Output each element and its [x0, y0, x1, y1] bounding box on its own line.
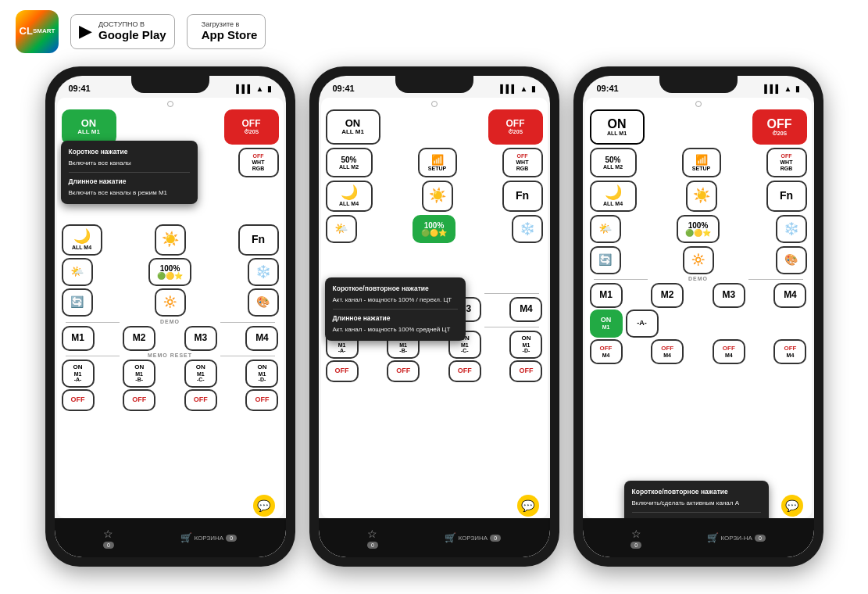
p2-pct-100-button[interactable]: 100% 🟢🟡⭐: [413, 215, 455, 243]
p2-50-all-m2-button[interactable]: 50% ALL M2: [326, 148, 373, 177]
p2-on-all-m1-button[interactable]: ON ALL M1: [326, 109, 380, 145]
tooltip-short-press-title: Короткое нажатие: [69, 147, 190, 157]
phone-3-on-m1-row: ON M1 -A-: [590, 310, 807, 338]
phone-2-chat-button[interactable]: 💬: [517, 495, 539, 517]
sun-brightness-button[interactable]: ☀️: [155, 224, 186, 256]
phone-1-tooltip: Короткое нажатие Включить все каналы Дли…: [61, 141, 198, 204]
favorites-tab[interactable]: ☆ 0: [103, 528, 114, 549]
p3-favorites-tab[interactable]: ☆ 0: [630, 528, 641, 549]
p3-cart-icon: 🛒: [707, 532, 719, 543]
pct-100-button[interactable]: 100% 🟢🟡⭐: [148, 258, 191, 286]
p3-tooltip-short-title: Короткое/повторное нажатие: [632, 487, 761, 497]
cart-tab[interactable]: 🛒 КОРЗИНА 0: [180, 532, 238, 543]
phone-1-notch: [131, 76, 209, 93]
moon-all-m4-button[interactable]: 🌙 ALL M4: [62, 224, 102, 256]
p2-fn-button[interactable]: Fn: [502, 181, 543, 212]
p2-favorites-icon: ☆: [367, 528, 377, 540]
sun-small-button[interactable]: 🌤️: [62, 258, 93, 286]
favorites-icon: ☆: [103, 528, 113, 540]
p3-50-all-m2-button[interactable]: 50% ALL M2: [590, 148, 637, 177]
cart-count: 0: [226, 535, 237, 542]
p2-off-d-button[interactable]: OFF: [509, 360, 542, 382]
phone-1-chat-button[interactable]: 💬: [253, 495, 275, 517]
p2-m4-button[interactable]: M4: [509, 297, 542, 322]
arrows-button[interactable]: 🔄: [62, 288, 93, 317]
p2-off-c-button[interactable]: OFF: [448, 360, 481, 382]
tooltip-long-press-title: Длинное нажатие: [69, 177, 190, 187]
google-play-badge[interactable]: ▶ ДОСТУПНО В Google Play: [70, 14, 175, 49]
sun-dim-button[interactable]: 🔆: [155, 288, 186, 317]
off-c-button[interactable]: OFF: [184, 389, 217, 411]
p3-fn-button[interactable]: Fn: [766, 181, 807, 212]
p2-off-20s-button[interactable]: OFF ⏱20S: [488, 109, 543, 145]
p3-on-m1-selected-button[interactable]: ON M1: [590, 310, 623, 338]
on-all-m1-button[interactable]: ON ALL M1: [62, 109, 116, 145]
p3-on-button[interactable]: ON ALL M1: [590, 109, 645, 145]
p3-pct-100-button[interactable]: 100% 🟢🟡⭐: [677, 215, 720, 243]
p3-sun-dim-button[interactable]: 🔆: [683, 246, 714, 274]
off-b-button[interactable]: OFF: [123, 389, 155, 411]
p2-sun-small-button[interactable]: 🌤️: [326, 215, 357, 243]
phone-2-tooltip: Короткое/повторное нажатие Акт. канал - …: [325, 277, 466, 341]
off-20s-button[interactable]: OFF ⏱20S: [224, 109, 279, 145]
p3-m1-button[interactable]: M1: [590, 283, 623, 308]
p3-setup-button[interactable]: 📶 SETUP: [682, 148, 721, 177]
on-m1-b-button[interactable]: ON M1 -B-: [123, 360, 155, 388]
off-d-button[interactable]: OFF: [245, 389, 278, 411]
app-store-badge[interactable]: Загрузите в App Store: [187, 14, 266, 49]
p3-rgb-button[interactable]: 🎨: [776, 246, 807, 274]
p2-moon-all-m4-button[interactable]: 🌙 ALL M4: [326, 181, 373, 212]
p3-snowflake-button[interactable]: ❄️: [776, 215, 807, 243]
p3-sun-button[interactable]: ☀️: [686, 181, 717, 212]
on-m1-c-button[interactable]: ON M1 -C-: [184, 360, 217, 388]
p2-off-a-button[interactable]: OFF: [326, 360, 359, 382]
p2-favorites-tab[interactable]: ☆ 0: [367, 528, 378, 549]
fn-button[interactable]: Fn: [238, 224, 279, 256]
p2-on-m1-d-button[interactable]: ON M1 -D-: [509, 331, 542, 359]
cl-smart-logo: CL SMART: [16, 10, 59, 53]
p3-off-wht-rgb-button[interactable]: OFF WHT RGB: [766, 148, 807, 177]
on-m1-d-button[interactable]: ON M1 -D-: [245, 360, 278, 388]
p2-snowflake-button[interactable]: ❄️: [512, 215, 543, 243]
m1-button[interactable]: M1: [62, 326, 95, 351]
off-a-button[interactable]: OFF: [62, 389, 95, 411]
off-wht-rgb-button[interactable]: OFF WHT RGB: [238, 148, 279, 177]
rgb-color-button[interactable]: 🎨: [248, 288, 279, 317]
p2-cart-tab[interactable]: 🛒 КОРЗИНА 0: [445, 532, 502, 543]
p3-sun-small-button[interactable]: 🌤️: [590, 215, 621, 243]
phones-container: 09:41 ▌▌▌ ▲ ▮ ON: [0, 66, 868, 567]
p3-off-m4-2-button[interactable]: OFF M4: [651, 339, 684, 364]
p3-m3-button[interactable]: M3: [713, 283, 745, 308]
p3-off-m4-4-button[interactable]: OFF M4: [773, 339, 806, 364]
p3-off-m4-1-button[interactable]: OFF M4: [590, 339, 623, 364]
phone-2-row-1: ON ALL M1 OFF ⏱20S: [326, 109, 543, 145]
phone-2-notch: [395, 76, 473, 93]
p3-off-button[interactable]: OFF ⏱20S: [752, 109, 807, 145]
on-m1-a-button[interactable]: ON M1 -A-: [62, 360, 95, 388]
p2-sun-button[interactable]: ☀️: [422, 181, 453, 212]
p2-off-wht-rgb-button[interactable]: OFF WHT RGB: [502, 148, 543, 177]
phone-3-chat-button[interactable]: 💬: [781, 495, 803, 517]
wifi-icon: ▲: [256, 84, 264, 93]
p3-a-button[interactable]: -A-: [626, 310, 659, 338]
p3-m2-button[interactable]: M2: [651, 283, 684, 308]
p2-setup-button[interactable]: 📶 SETUP: [418, 148, 457, 177]
battery-icon-2: ▮: [531, 84, 536, 93]
p2-off-b-button[interactable]: OFF: [387, 360, 420, 382]
battery-icon: ▮: [267, 84, 272, 93]
google-play-text: ДОСТУПНО В Google Play: [98, 20, 166, 43]
phone-2: 09:41 ▌▌▌ ▲ ▮ ON ALL M1: [309, 66, 559, 567]
p3-m4-button[interactable]: M4: [773, 283, 806, 308]
p3-moon-all-m4-button[interactable]: 🌙 ALL M4: [590, 181, 637, 212]
dot-indicator: [167, 101, 173, 107]
signal-icon-3: ▌▌▌: [764, 84, 780, 93]
p2-cart-count-row: 🛒 КОРЗИНА 0: [445, 532, 502, 543]
p3-off-m4-3-button[interactable]: OFF M4: [713, 339, 745, 364]
p3-arrows-button[interactable]: 🔄: [590, 246, 621, 274]
demo-section-label: DEMO: [62, 319, 279, 324]
p3-cart-tab[interactable]: 🛒 КОРЗИ-НА 0: [707, 532, 766, 543]
m2-button[interactable]: M2: [123, 326, 155, 351]
snowflake-button[interactable]: ❄️: [248, 258, 279, 286]
m3-button[interactable]: M3: [184, 326, 217, 351]
m4-button[interactable]: M4: [245, 326, 278, 351]
